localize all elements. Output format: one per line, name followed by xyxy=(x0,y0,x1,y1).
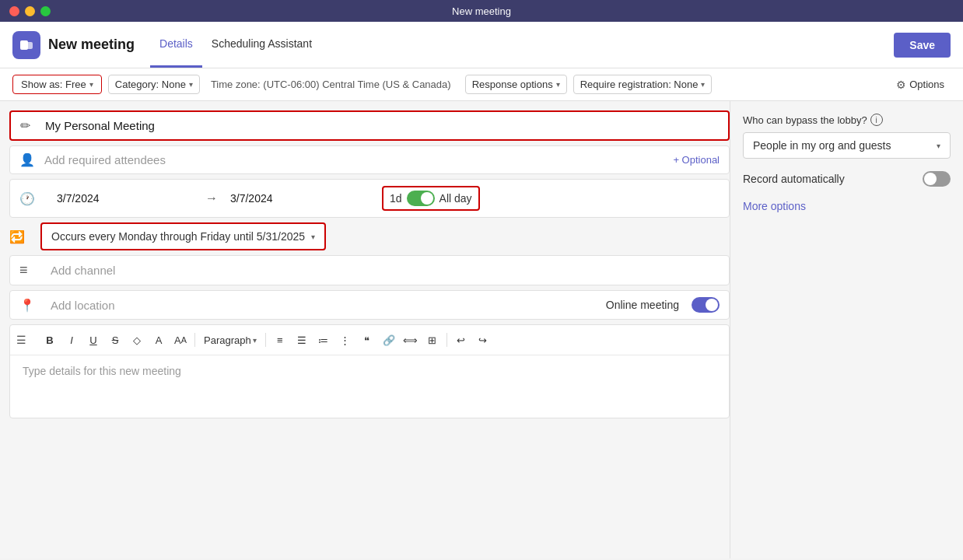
response-options-dropdown[interactable]: Response options ▾ xyxy=(465,75,567,94)
table-button[interactable]: ⊞ xyxy=(422,330,443,350)
clock-icon: 🕐 xyxy=(19,191,44,206)
undo-button[interactable]: ↩ xyxy=(451,330,471,350)
justify-button[interactable]: ⟺ xyxy=(401,330,421,350)
strikethrough-button[interactable]: S xyxy=(105,330,125,350)
gear-icon: ⚙ xyxy=(896,79,906,91)
quote-button[interactable]: ❝ xyxy=(357,330,377,350)
divider-1 xyxy=(194,333,195,347)
divider-3 xyxy=(446,333,447,347)
meeting-title-input[interactable] xyxy=(45,119,719,132)
underline-button[interactable]: U xyxy=(83,330,103,350)
category-chevron-icon: ▾ xyxy=(189,80,193,89)
optional-link[interactable]: + Optional xyxy=(673,154,720,166)
main-layout: ✏ 👤 + Optional 🕐 → 1d All day 🔁 xyxy=(0,101,963,558)
minimize-button[interactable] xyxy=(25,6,35,16)
duration-box[interactable]: 1d All day xyxy=(382,186,480,211)
window-controls xyxy=(9,6,51,16)
recurrence-row: 🔁 Occurs every Monday through Friday unt… xyxy=(9,222,730,250)
bullet-list-button[interactable]: ≔ xyxy=(313,330,334,350)
toolbar: Show as: Free ▾ Category: None ▾ Time zo… xyxy=(0,68,963,101)
title-bar: New meeting xyxy=(0,0,963,22)
record-toggle-knob xyxy=(924,173,937,185)
right-panel: Who can bypass the lobby? i People in my… xyxy=(730,101,963,558)
svg-rect-1 xyxy=(26,42,33,49)
require-registration-dropdown[interactable]: Require registration: None ▾ xyxy=(573,75,713,94)
app-icon xyxy=(12,31,40,59)
online-meeting-label: Online meeting xyxy=(606,299,679,311)
lobby-value: People in my org and guests xyxy=(753,139,891,152)
app-title: New meeting xyxy=(48,37,135,53)
response-options-chevron-icon: ▾ xyxy=(556,80,560,89)
close-button[interactable] xyxy=(9,6,19,16)
record-row: Record automatically xyxy=(743,171,951,187)
align-left-button[interactable]: ≡ xyxy=(270,330,290,350)
maximize-button[interactable] xyxy=(40,6,51,16)
paragraph-chevron-icon: ▾ xyxy=(253,336,257,345)
date-row: 🕐 → 1d All day xyxy=(9,179,730,218)
editor-toolbar: ☰ B I U S ◇ A AA Paragraph ▾ ≡ ☰ ≔ ⋮ ❝ � xyxy=(10,325,729,355)
recurrence-dropdown[interactable]: Occurs every Monday through Friday until… xyxy=(40,222,326,250)
italic-button[interactable]: I xyxy=(61,330,82,350)
left-panel: ✏ 👤 + Optional 🕐 → 1d All day 🔁 xyxy=(0,101,730,558)
pencil-icon: ✏ xyxy=(20,118,45,133)
tab-details[interactable]: Details xyxy=(150,22,202,68)
editor-content[interactable]: Type details for this new meeting xyxy=(10,355,729,418)
app-header: New meeting Details Scheduling Assistant… xyxy=(0,22,963,68)
title-row: ✏ xyxy=(9,110,730,141)
lobby-label: Who can bypass the lobby? i xyxy=(743,114,951,126)
arrow-icon: → xyxy=(205,191,218,205)
show-as-dropdown[interactable]: Show as: Free ▾ xyxy=(12,75,102,94)
channel-icon: ≡ xyxy=(19,262,44,278)
divider-2 xyxy=(265,333,266,347)
lobby-dropdown[interactable]: People in my org and guests ▾ xyxy=(743,132,951,159)
end-date-input[interactable] xyxy=(224,189,373,208)
tab-scheduling-assistant[interactable]: Scheduling Assistant xyxy=(202,22,321,68)
recurrence-label: Occurs every Monday through Friday until… xyxy=(51,230,305,243)
align-center-button[interactable]: ☰ xyxy=(292,330,312,350)
location-icon: 📍 xyxy=(19,298,44,313)
online-meeting-toggle-knob xyxy=(706,299,718,311)
editor-area: ☰ B I U S ◇ A AA Paragraph ▾ ≡ ☰ ≔ ⋮ ❝ � xyxy=(9,324,730,418)
font-color-button[interactable]: A xyxy=(149,330,169,350)
attendees-row: 👤 + Optional xyxy=(9,145,730,174)
more-options-link[interactable]: More options xyxy=(743,200,806,212)
timezone-label: Time zone: (UTC-06:00) Central Time (US … xyxy=(206,75,456,93)
show-as-chevron-icon: ▾ xyxy=(89,80,93,89)
all-day-toggle[interactable] xyxy=(407,191,435,206)
options-button[interactable]: ⚙ Options xyxy=(890,75,951,94)
numbered-list-button[interactable]: ⋮ xyxy=(335,330,355,350)
record-label: Record automatically xyxy=(743,173,845,185)
start-date-input[interactable] xyxy=(51,189,199,208)
duration-label: 1d xyxy=(390,192,402,205)
editor-placeholder: Type details for this new meeting xyxy=(23,365,181,377)
location-input[interactable] xyxy=(51,299,600,312)
paragraph-dropdown[interactable]: Paragraph ▾ xyxy=(199,331,261,349)
nav-tabs: Details Scheduling Assistant xyxy=(150,22,321,68)
redo-button[interactable]: ↪ xyxy=(473,330,493,350)
all-day-label: All day xyxy=(439,192,472,205)
attendees-input[interactable] xyxy=(44,153,673,166)
require-registration-chevron-icon: ▾ xyxy=(701,80,705,89)
channel-row: ≡ xyxy=(9,255,730,285)
recurrence-chevron-icon: ▾ xyxy=(311,233,315,241)
window-title: New meeting xyxy=(452,5,511,17)
lobby-chevron-icon: ▾ xyxy=(937,142,940,150)
toggle-knob xyxy=(421,192,433,205)
bold-button[interactable]: B xyxy=(40,330,60,350)
list-icon: ☰ xyxy=(16,334,38,346)
person-icon: 👤 xyxy=(19,152,44,167)
font-size-button[interactable]: AA xyxy=(170,330,191,350)
location-row: 📍 Online meeting xyxy=(9,290,730,320)
highlight-button[interactable]: ◇ xyxy=(127,330,147,350)
category-dropdown[interactable]: Category: None ▾ xyxy=(108,75,200,94)
repeat-icon: 🔁 xyxy=(9,229,34,244)
save-button[interactable]: Save xyxy=(894,33,951,58)
online-meeting-toggle[interactable] xyxy=(692,297,720,313)
link-button[interactable]: 🔗 xyxy=(379,330,399,350)
channel-input[interactable] xyxy=(51,264,720,277)
info-icon[interactable]: i xyxy=(870,114,883,126)
record-toggle[interactable] xyxy=(923,171,951,187)
